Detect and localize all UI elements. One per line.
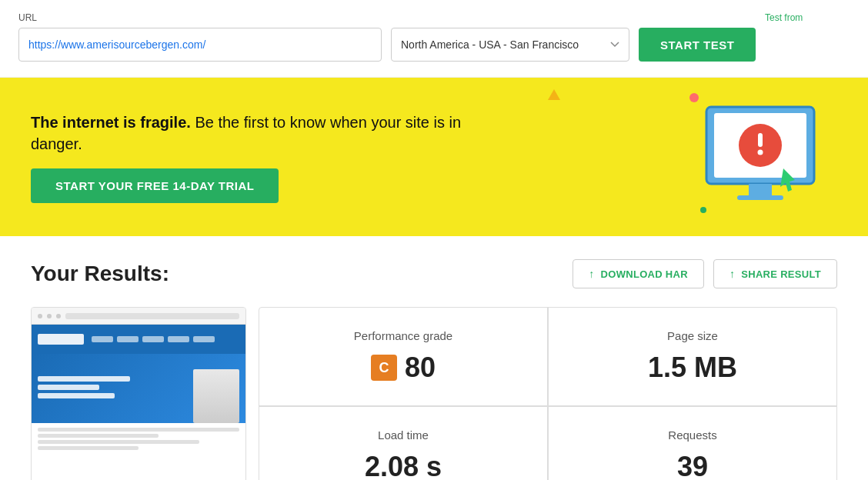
requests-label: Requests (567, 428, 818, 442)
fake-hero-line-1 (38, 376, 130, 382)
performance-grade-label: Performance grade (278, 329, 529, 342)
metric-load-time: Load time 2.08 s (259, 406, 548, 480)
banner-headline-bold: The internet is fragile. (31, 114, 191, 131)
performance-score: 80 (405, 352, 436, 384)
fake-body (32, 423, 245, 457)
nav-address-bar (65, 313, 239, 319)
start-test-button[interactable]: START TEST (639, 28, 756, 62)
svg-rect-3 (737, 195, 783, 200)
fake-hero-image (193, 369, 239, 423)
results-title: Your Results: (31, 262, 169, 286)
url-label: URL (18, 12, 388, 23)
fake-body-line-2 (38, 434, 159, 438)
header-labels: URL Test from (18, 12, 850, 23)
results-section: Your Results: ↑ DOWNLOAD HAR ↑ SHARE RES… (0, 236, 868, 480)
fake-body-line-4 (38, 446, 139, 450)
metric-page-size: Page size 1.5 MB (548, 308, 836, 406)
fake-hero (32, 354, 245, 423)
header-controls: North America - USA - San FranciscoNorth… (18, 28, 850, 62)
results-header: Your Results: ↑ DOWNLOAD HAR ↑ SHARE RES… (31, 259, 837, 288)
download-har-button[interactable]: ↑ DOWNLOAD HAR (573, 259, 704, 288)
performance-grade-value: C 80 (278, 352, 529, 384)
location-select[interactable]: North America - USA - San FranciscoNorth… (391, 28, 629, 62)
test-from-label: Test from (765, 12, 850, 23)
screenshot-card (31, 307, 246, 480)
fake-logo (38, 334, 84, 345)
header-section: URL Test from North America - USA - San … (0, 0, 868, 78)
banner-text: The internet is fragile. Be the first to… (31, 112, 508, 203)
share-result-button[interactable]: ↑ SHARE RESULT (713, 259, 837, 288)
fake-nav-item-1 (92, 336, 113, 342)
fake-body-line-1 (38, 428, 239, 432)
fake-nav-item-5 (193, 336, 215, 342)
monitor-svg (683, 99, 837, 222)
results-grid: Performance grade C 80 Page size 1.5 MB (31, 307, 837, 480)
fake-hero-line-3 (38, 393, 115, 398)
free-trial-button[interactable]: START YOUR FREE 14-DAY TRIAL (31, 168, 279, 203)
fake-hero-text (38, 376, 130, 402)
load-time-label: Load time (278, 428, 529, 442)
fake-nav-item-4 (168, 336, 189, 342)
fake-site-header (32, 325, 245, 354)
browser-nav-bar (32, 308, 245, 325)
metrics-grid: Performance grade C 80 Page size 1.5 MB (259, 307, 837, 480)
page-size-label: Page size (567, 329, 818, 342)
share-result-label: SHARE RESULT (741, 268, 821, 280)
monitor-illustration (683, 99, 837, 215)
fake-hero-line-2 (38, 385, 99, 390)
nav-dot-1 (38, 314, 42, 318)
nav-dot-3 (56, 314, 61, 318)
banner-headline: The internet is fragile. Be the first to… (31, 112, 508, 155)
svg-point-6 (758, 150, 763, 155)
metric-requests: Requests 39 (548, 406, 836, 480)
promo-banner: The internet is fragile. Be the first to… (0, 78, 868, 236)
download-icon: ↑ (589, 268, 594, 280)
grade-badge: C (371, 355, 397, 381)
deco-triangle (548, 89, 560, 100)
fake-nav (92, 336, 215, 342)
results-actions: ↑ DOWNLOAD HAR ↑ SHARE RESULT (573, 259, 837, 288)
fake-nav-item-3 (142, 336, 164, 342)
page-size-value: 1.5 MB (567, 352, 818, 384)
load-time-value: 2.08 s (278, 451, 529, 480)
nav-dot-2 (47, 314, 52, 318)
fake-body-line-3 (38, 440, 199, 444)
svg-rect-2 (749, 184, 772, 196)
share-icon: ↑ (729, 268, 735, 280)
metric-performance-grade: Performance grade C 80 (259, 308, 548, 406)
svg-rect-5 (758, 133, 763, 147)
requests-value: 39 (567, 451, 818, 480)
screenshot-content (32, 325, 245, 469)
fake-nav-item-2 (117, 336, 139, 342)
url-input[interactable] (18, 28, 382, 62)
download-har-label: DOWNLOAD HAR (601, 268, 688, 280)
